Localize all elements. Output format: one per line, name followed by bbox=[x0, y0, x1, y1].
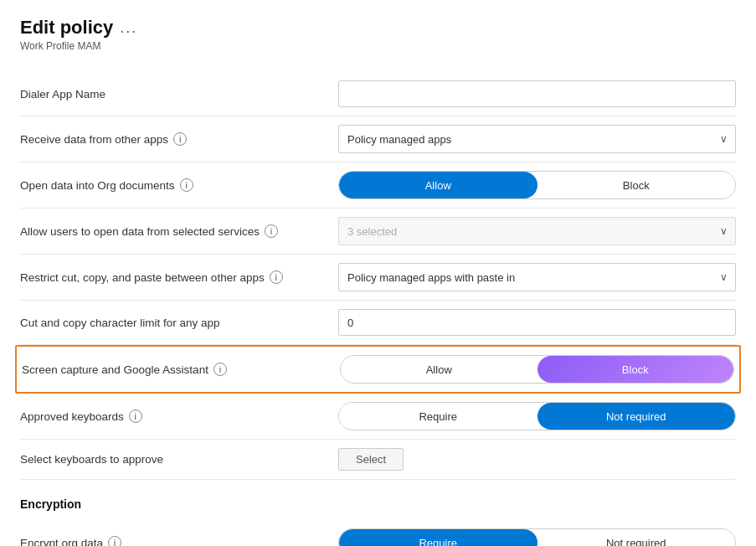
label-select-keyboards: Select keyboards to approve bbox=[20, 453, 338, 466]
section-label-encryption-section: Encryption bbox=[20, 497, 81, 511]
info-icon-allow-users-open[interactable]: i bbox=[265, 224, 278, 238]
row-dialer-app-name: Dialer App Name bbox=[20, 72, 736, 116]
label-screen-capture: Screen capture and Google Assistanti bbox=[22, 363, 340, 376]
info-icon-encrypt-org-data[interactable]: i bbox=[108, 536, 121, 546]
page-title: Edit policy bbox=[20, 17, 113, 39]
toggle-btn-open-data-org-0[interactable]: Allow bbox=[339, 172, 537, 198]
row-open-data-org: Open data into Org documentsiAllowBlock bbox=[20, 162, 736, 209]
control-cut-copy-limit bbox=[338, 309, 736, 336]
toggle-group-encrypt-org-data: RequireNot required bbox=[338, 528, 736, 546]
toggle-group-approved-keyboards: RequireNot required bbox=[338, 402, 736, 430]
toggle-group-open-data-org: AllowBlock bbox=[338, 171, 736, 199]
toggle-group-screen-capture: AllowBlock bbox=[340, 355, 734, 384]
toggle-btn-open-data-org-1[interactable]: Block bbox=[537, 172, 736, 198]
toggle-btn-encrypt-org-data-0[interactable]: Require bbox=[339, 529, 537, 546]
row-select-keyboards: Select keyboards to approveSelect bbox=[20, 440, 736, 480]
row-restrict-cut-copy: Restrict cut, copy, and paste between ot… bbox=[20, 255, 736, 301]
row-allow-users-open: Allow users to open data from selected s… bbox=[20, 209, 736, 255]
label-cut-copy-limit: Cut and copy character limit for any app bbox=[20, 317, 338, 329]
row-receive-data: Receive data from other appsiPolicy mana… bbox=[20, 116, 736, 162]
label-dialer-app-name: Dialer App Name bbox=[20, 88, 338, 100]
row-screen-capture: Screen capture and Google AssistantiAllo… bbox=[15, 345, 741, 394]
info-icon-approved-keyboards[interactable]: i bbox=[129, 410, 142, 423]
label-encrypt-org-data: Encrypt org datai bbox=[20, 536, 338, 546]
label-open-data-org: Open data into Org documentsi bbox=[20, 178, 338, 192]
control-screen-capture: AllowBlock bbox=[340, 355, 734, 384]
label-restrict-cut-copy: Restrict cut, copy, and paste between ot… bbox=[20, 270, 338, 284]
row-encryption-section: Encryption bbox=[20, 480, 736, 520]
label-allow-users-open: Allow users to open data from selected s… bbox=[20, 224, 338, 238]
control-select-keyboards: Select bbox=[338, 448, 736, 471]
number-input-cut-copy-limit[interactable] bbox=[338, 309, 736, 336]
row-encrypt-org-data: Encrypt org dataiRequireNot required bbox=[20, 520, 736, 546]
toggle-btn-screen-capture-1[interactable]: Block bbox=[537, 356, 734, 383]
select-button-select-keyboards[interactable]: Select bbox=[338, 448, 404, 471]
row-cut-copy-limit: Cut and copy character limit for any app bbox=[20, 301, 736, 345]
control-open-data-org: AllowBlock bbox=[338, 171, 736, 199]
dropdown-allow-users-open[interactable]: 3 selected bbox=[338, 217, 736, 245]
label-receive-data: Receive data from other appsi bbox=[20, 132, 338, 146]
dropdown-receive-data[interactable]: Policy managed appsAll appsNone bbox=[338, 125, 736, 153]
form-container: Dialer App NameReceive data from other a… bbox=[20, 72, 736, 546]
page-subtitle: Work Profile MAM bbox=[20, 40, 736, 52]
toggle-btn-approved-keyboards-1[interactable]: Not required bbox=[537, 403, 736, 430]
dropdown-wrapper-receive-data: Policy managed appsAll appsNone∨ bbox=[338, 125, 736, 153]
control-receive-data: Policy managed appsAll appsNone∨ bbox=[338, 125, 736, 153]
dropdown-wrapper-allow-users-open: 3 selected∨ bbox=[338, 217, 736, 245]
dropdown-wrapper-restrict-cut-copy: Policy managed apps with paste inAll app… bbox=[338, 263, 736, 291]
input-dialer-app-name[interactable] bbox=[338, 80, 736, 107]
toggle-btn-encrypt-org-data-1[interactable]: Not required bbox=[537, 529, 736, 546]
info-icon-open-data-org[interactable]: i bbox=[180, 178, 193, 192]
info-icon-receive-data[interactable]: i bbox=[173, 132, 187, 146]
row-approved-keyboards: Approved keyboardsiRequireNot required bbox=[20, 394, 736, 440]
toggle-btn-approved-keyboards-0[interactable]: Require bbox=[339, 403, 537, 430]
toggle-btn-screen-capture-0[interactable]: Allow bbox=[341, 356, 537, 383]
info-icon-screen-capture[interactable]: i bbox=[213, 363, 227, 376]
control-approved-keyboards: RequireNot required bbox=[338, 402, 736, 430]
info-icon-restrict-cut-copy[interactable]: i bbox=[270, 270, 283, 284]
dropdown-restrict-cut-copy[interactable]: Policy managed apps with paste inAll app… bbox=[338, 263, 736, 291]
label-approved-keyboards: Approved keyboardsi bbox=[20, 410, 338, 423]
control-encrypt-org-data: RequireNot required bbox=[338, 528, 736, 546]
control-dialer-app-name bbox=[338, 80, 736, 107]
page-header: Edit policy ... Work Profile MAM bbox=[20, 17, 736, 52]
more-menu-icon[interactable]: ... bbox=[120, 19, 137, 37]
control-restrict-cut-copy: Policy managed apps with paste inAll app… bbox=[338, 263, 736, 291]
control-allow-users-open: 3 selected∨ bbox=[338, 217, 736, 245]
